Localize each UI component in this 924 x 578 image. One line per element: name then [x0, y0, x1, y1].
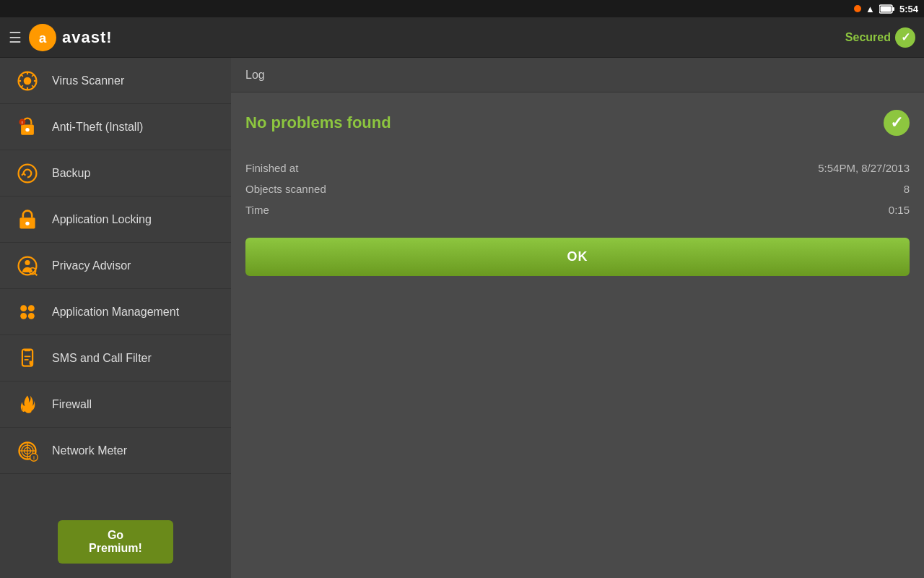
svg-line-11	[21, 74, 23, 77]
avast-logo: a	[29, 24, 56, 51]
sidebar-item-backup[interactable]: Backup	[0, 150, 231, 197]
network-meter-icon: i	[14, 438, 40, 464]
svg-line-25	[35, 273, 38, 275]
wifi-icon: ▲	[866, 4, 875, 14]
notification-dot	[854, 5, 861, 12]
sidebar-item-virus-scanner[interactable]: Virus Scanner	[0, 58, 231, 104]
content-body: No problems found ✓ Finished at 5:54PM, …	[231, 92, 924, 578]
time-label: Time	[245, 204, 269, 216]
sidebar-item-firewall-label: Firewall	[52, 398, 92, 411]
sidebar-item-network-meter-label: Network Meter	[52, 444, 127, 457]
logo-text: avast!	[62, 28, 113, 47]
svg-rect-33	[25, 358, 29, 360]
svg-point-6	[24, 77, 32, 85]
svg-line-14	[21, 85, 23, 87]
finished-at-value: 5:54PM, 8/27/2013	[818, 162, 910, 174]
status-bar: ▲ 5:54	[0, 0, 924, 17]
sidebar-item-virus-scanner-label: Virus Scanner	[52, 74, 124, 87]
log-title: Log	[245, 69, 265, 82]
objects-scanned-value: 8	[904, 183, 910, 195]
firewall-icon	[14, 392, 40, 418]
svg-point-16	[25, 127, 29, 131]
ok-button[interactable]: OK	[245, 238, 910, 276]
sidebar-item-network-meter[interactable]: i Network Meter	[0, 428, 231, 474]
svg-rect-32	[25, 355, 31, 357]
backup-icon	[14, 160, 40, 186]
premium-area: Go Premium!	[0, 506, 231, 578]
top-bar: ☰ a avast! Secured ✓	[0, 17, 924, 58]
svg-point-29	[28, 312, 35, 319]
sidebar-item-sms-call-filter[interactable]: SMS and Call Filter	[0, 335, 231, 381]
result-check-icon: ✓	[884, 110, 910, 136]
svg-text:!: !	[22, 120, 23, 125]
sidebar-item-application-locking[interactable]: Application Locking	[0, 197, 231, 243]
svg-text:a: a	[39, 30, 47, 45]
svg-point-21	[25, 221, 29, 225]
sidebar-item-sms-call-filter-label: SMS and Call Filter	[52, 352, 152, 365]
time-value: 0:15	[889, 204, 910, 216]
sidebar-item-application-management[interactable]: Application Management	[0, 289, 231, 335]
result-row: No problems found ✓	[245, 110, 910, 136]
sidebar: Virus Scanner ! Anti-Theft (Install)	[0, 58, 231, 578]
secured-badge: Secured ✓	[845, 27, 915, 48]
menu-icon[interactable]: ☰	[9, 29, 22, 46]
sms-call-filter-icon	[14, 345, 40, 371]
sidebar-item-application-locking-label: Application Locking	[52, 213, 152, 226]
svg-point-28	[20, 312, 27, 319]
sidebar-item-anti-theft[interactable]: ! Anti-Theft (Install)	[0, 104, 231, 150]
application-management-icon	[14, 299, 40, 325]
no-problems-text: No problems found	[245, 113, 391, 132]
secured-text: Secured	[845, 31, 891, 44]
objects-scanned-label: Objects scanned	[245, 183, 326, 195]
main-layout: Virus Scanner ! Anti-Theft (Install)	[0, 58, 924, 578]
sidebar-item-firewall[interactable]: Firewall	[0, 381, 231, 428]
logo-area: a avast!	[29, 24, 113, 51]
sidebar-item-backup-label: Backup	[52, 167, 90, 180]
sidebar-item-application-management-label: Application Management	[52, 306, 179, 319]
status-time: 5:54	[899, 4, 918, 14]
application-locking-icon	[14, 207, 40, 233]
content-header: Log	[231, 58, 924, 92]
svg-line-13	[32, 74, 34, 77]
anti-theft-icon: !	[14, 114, 40, 140]
secured-check-icon: ✓	[895, 27, 915, 48]
objects-scanned-row: Objects scanned 8	[245, 178, 910, 199]
svg-rect-31	[25, 349, 31, 351]
content-area: Log No problems found ✓ Finished at 5:54…	[231, 58, 924, 578]
battery-icon	[879, 4, 895, 14]
svg-text:i: i	[33, 455, 35, 461]
svg-rect-1	[892, 7, 894, 11]
svg-point-19	[19, 164, 37, 182]
time-row: Time 0:15	[245, 199, 910, 220]
sidebar-item-anti-theft-label: Anti-Theft (Install)	[52, 121, 143, 134]
go-premium-button[interactable]: Go Premium!	[58, 520, 173, 564]
sidebar-item-privacy-advisor-label: Privacy Advisor	[52, 259, 131, 272]
finished-at-row: Finished at 5:54PM, 8/27/2013	[245, 158, 910, 178]
sidebar-item-privacy-advisor[interactable]: Privacy Advisor	[0, 243, 231, 289]
svg-line-12	[32, 85, 34, 87]
svg-point-23	[25, 260, 30, 265]
privacy-advisor-icon	[14, 253, 40, 279]
svg-rect-2	[880, 6, 891, 12]
virus-scanner-icon	[14, 68, 40, 94]
svg-point-27	[28, 305, 35, 311]
svg-point-26	[20, 305, 27, 311]
finished-at-label: Finished at	[245, 162, 298, 174]
